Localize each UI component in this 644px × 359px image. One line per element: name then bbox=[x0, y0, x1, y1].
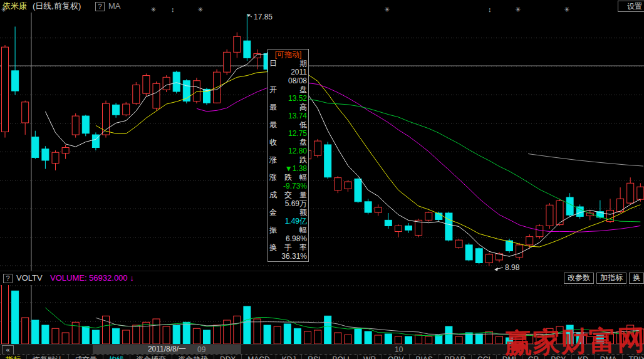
quote-field-label: 最 低 bbox=[269, 120, 307, 129]
event-star-icon: ✳ bbox=[515, 6, 521, 13]
help-icon[interactable]: ? bbox=[3, 274, 13, 283]
tab-indicator-0[interactable]: 指标 bbox=[0, 355, 27, 359]
drag-hint: [可拖动] bbox=[269, 50, 307, 59]
main-chart-svg: 17.858.98 bbox=[0, 13, 644, 271]
switch-indicator-button[interactable]: 换 bbox=[629, 273, 644, 284]
quote-field-label: 振 幅 bbox=[269, 226, 307, 234]
status-bar: « 2011/8/8/一 0910 bbox=[0, 344, 644, 355]
change-params-button[interactable]: 改参数 bbox=[564, 273, 594, 284]
tab-obv[interactable]: OBV bbox=[382, 355, 410, 359]
tab-wr[interactable]: WR bbox=[358, 355, 382, 359]
scrollbar-thumb-date[interactable]: 2011/8/8/一 bbox=[93, 345, 241, 354]
quote-field-label: 日 期 bbox=[269, 59, 307, 68]
quote-field-label: 成交量 bbox=[269, 190, 307, 199]
volume-readout: VOLUME: 56932.000 ↓ bbox=[50, 273, 134, 283]
ex-rights-arrow-icon: ↕ bbox=[488, 6, 492, 13]
quote-field-value: 12.75 bbox=[269, 129, 307, 138]
period-label: (日线,前复权) bbox=[33, 0, 81, 12]
tab-dmi[interactable]: DMI bbox=[497, 355, 522, 359]
quote-field-value: 5.69万 bbox=[269, 199, 307, 208]
indicator-buttons: 改参数 加指标 换 bbox=[564, 273, 644, 284]
quote-field-label: 涨跌幅 bbox=[269, 173, 307, 182]
tab-macd[interactable]: MACD bbox=[242, 355, 276, 359]
tab-indicator-5[interactable]: 资金趋势 bbox=[172, 355, 214, 359]
month-axis-label: 10 bbox=[395, 345, 403, 354]
quote-field-value: 13.52 bbox=[269, 94, 307, 103]
indicator-name: VOLTV bbox=[16, 273, 43, 283]
add-indicator-button[interactable]: 加指标 bbox=[596, 273, 626, 284]
event-star-icon: ✳ bbox=[150, 6, 156, 13]
tab-indicator-1[interactable]: 恢复默认 bbox=[27, 355, 69, 359]
tab-kd[interactable]: KD bbox=[572, 355, 595, 359]
quote-field-value: 1.49亿 bbox=[269, 217, 307, 226]
tab-psy[interactable]: PSY bbox=[545, 355, 572, 359]
quote-field-value: 12.80 bbox=[269, 147, 307, 155]
stock-chart-app: 依米康 (日线,前复权) ? MA 设置 17.858.98 ✳✳✳✳✳✳↕↕ … bbox=[0, 0, 644, 359]
high-price-label: 17.85 bbox=[254, 13, 273, 21]
event-star-icon: ✳ bbox=[197, 6, 203, 13]
tab-cr[interactable]: CR bbox=[522, 355, 545, 359]
quote-field-label: 换手率 bbox=[269, 243, 307, 252]
tab-indicator-4[interactable]: 资金博弈 bbox=[130, 355, 172, 359]
scroll-left-button[interactable]: « bbox=[2, 345, 14, 355]
quote-field-label: 收 盘 bbox=[269, 138, 307, 147]
low-price-label: 8.98 bbox=[505, 263, 520, 271]
tab-boll[interactable]: BOLL bbox=[326, 355, 358, 359]
title-bar: 依米康 (日线,前复权) ? MA 设置 bbox=[0, 0, 644, 13]
tab-kdj[interactable]: KDJ bbox=[276, 355, 303, 359]
tab-indicator-3[interactable]: 均线 bbox=[103, 355, 130, 359]
volume-pane[interactable] bbox=[0, 285, 644, 345]
quote-field-value: 13.74 bbox=[269, 112, 307, 120]
tab-brar[interactable]: BRAR bbox=[439, 355, 472, 359]
indicator-tab-bar: 指标恢复默认成交量均线资金博弈资金趋势DDXMACDKDJRSIBOLLWROB… bbox=[0, 354, 644, 359]
tab-dma[interactable]: DMA bbox=[595, 355, 623, 359]
tab-indicator-2[interactable]: 成交量 bbox=[69, 355, 103, 359]
tab-bias[interactable]: BIAS bbox=[410, 355, 439, 359]
tab-cci[interactable]: CCI bbox=[472, 355, 497, 359]
ma-indicator-label: MA bbox=[108, 0, 121, 12]
tab-trix[interactable]: TRIX bbox=[623, 355, 644, 359]
quote-field-value: 36.31% bbox=[269, 252, 307, 261]
quote-field-label: 开 盘 bbox=[269, 85, 307, 94]
volume-indicator-header: ? VOLTV VOLUME: 56932.000 ↓ 改参数 加指标 换 bbox=[0, 271, 644, 286]
tab-rsi[interactable]: RSI bbox=[302, 355, 326, 359]
quote-field-label: 金 额 bbox=[269, 208, 307, 217]
quote-info-rows: 日 期201108/08开 盘13.52最 高13.74最 低12.75收 盘1… bbox=[269, 59, 307, 261]
ex-rights-arrow-icon: ↕ bbox=[171, 6, 175, 13]
quote-field-value: 2011 bbox=[269, 68, 307, 76]
main-candlestick-chart[interactable]: 17.858.98 bbox=[0, 13, 644, 271]
event-star-icon: ✳ bbox=[1, 6, 6, 13]
quote-info-panel[interactable]: [可拖动] 日 期201108/08开 盘13.52最 高13.74最 低12.… bbox=[267, 49, 309, 262]
settings-button[interactable]: 设置 bbox=[618, 1, 644, 12]
quote-field-value: 6.98% bbox=[269, 234, 307, 243]
quote-field-value: ▼1.38 bbox=[269, 164, 307, 173]
help-icon[interactable]: ? bbox=[95, 2, 105, 11]
event-star-icon: ✳ bbox=[384, 6, 390, 13]
month-axis-label: 09 bbox=[197, 345, 205, 354]
quote-field-label: 涨 跌 bbox=[269, 155, 307, 164]
tab-ddx[interactable]: DDX bbox=[214, 355, 242, 359]
quote-field-label: 最 高 bbox=[269, 103, 307, 112]
quote-field-value: -9.73% bbox=[269, 182, 307, 190]
quote-field-value: 08/08 bbox=[269, 76, 307, 85]
event-star-icon: ✳ bbox=[564, 6, 569, 13]
volume-svg bbox=[0, 285, 644, 345]
